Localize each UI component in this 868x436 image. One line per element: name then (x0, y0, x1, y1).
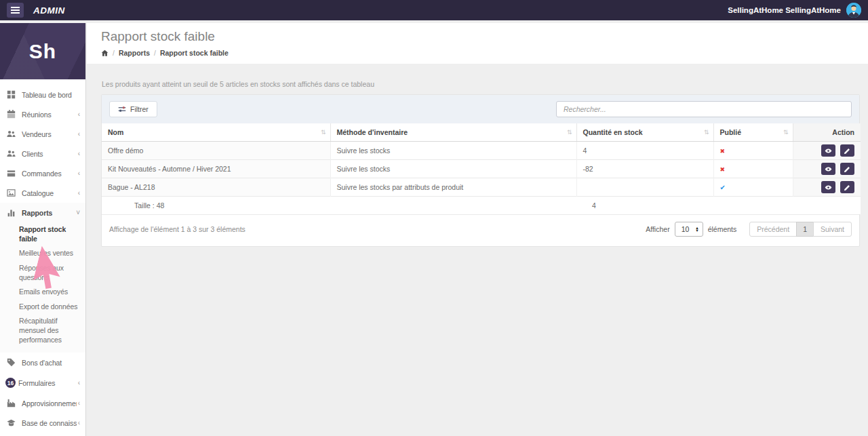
sidebar-item-commandes[interactable]: Commandes ‹ (0, 163, 85, 183)
sidebar-item-tableau-de-bord[interactable]: Tableau de bord (0, 85, 85, 104)
cell-action (793, 178, 861, 197)
user-menu[interactable]: SellingAtHome SellingAtHome (728, 3, 861, 18)
sort-icon: ⇅ (783, 129, 789, 136)
credit-card-icon (7, 169, 16, 178)
content-area: Les produits ayant atteint un seuil de 5… (87, 64, 868, 436)
column-header-quantite[interactable]: Quantité en stock⇅ (576, 123, 713, 142)
menu-toggle-button[interactable] (7, 3, 24, 18)
image-icon (7, 189, 16, 197)
pagination: Précédent 1 Suivant (749, 222, 852, 237)
edit-button[interactable] (840, 144, 854, 157)
sort-icon: ⇅ (567, 129, 572, 136)
search-input[interactable] (556, 101, 852, 117)
view-button[interactable] (821, 163, 835, 175)
table-row: Kit Nouveautés - Automne / Hiver 2021 Su… (102, 160, 861, 178)
cell-quantite: -82 (576, 160, 713, 178)
breadcrumb-section[interactable]: Rapports (119, 49, 150, 57)
page-title: Rapport stock faible (101, 29, 854, 44)
sidebar-item-bons-dachat[interactable]: Bons d'achat (0, 353, 85, 372)
sidebar-nav: Tableau de bord Réunions ‹ Vendeurs ‹ Cl… (0, 79, 85, 436)
tag-icon (7, 358, 16, 367)
length-label-after: éléments (708, 225, 737, 233)
cell-publie: ✖ (713, 142, 793, 160)
published-mark: ✖ (720, 166, 726, 173)
home-icon[interactable] (101, 49, 108, 57)
page-number-button[interactable]: 1 (796, 222, 814, 237)
sidebar-item-catalogue[interactable]: Catalogue ‹ (0, 183, 85, 203)
filter-button[interactable]: Filtrer (109, 101, 157, 117)
showing-entries-text: Affichage de l'élément 1 à 3 sur 3 éléme… (109, 225, 245, 233)
next-page-button[interactable]: Suivant (813, 222, 852, 237)
cell-action (793, 142, 861, 160)
previous-page-button[interactable]: Précédent (749, 222, 797, 237)
breadcrumb-current: Rapport stock faible (160, 49, 229, 57)
variant-quantite: 4 (576, 197, 713, 215)
submenu-item-emails-envoyes[interactable]: Emails envoyés (19, 285, 83, 300)
cell-publie: ✖ (713, 160, 793, 178)
page-length-select[interactable]: 10 ▲▼ (675, 222, 703, 237)
main-content: Rapport stock faible / Rapports / Rappor… (87, 23, 868, 436)
sidebar: Sh Tableau de bord Réunions ‹ Vendeurs ‹… (0, 23, 86, 436)
sidebar-item-approvisionnement[interactable]: Approvisionnement ‹ (0, 393, 85, 413)
sort-icon: ⇅ (704, 129, 709, 136)
sidebar-item-vendeurs[interactable]: Vendeurs ‹ (0, 124, 85, 144)
formulaires-count-badge: 16 (5, 378, 16, 388)
app-logo: Sh (0, 23, 85, 79)
cell-nom: Offre démo (102, 142, 330, 160)
cell-quantite: 4 (576, 142, 713, 160)
sidebar-item-clients[interactable]: Clients ‹ (0, 144, 85, 163)
breadcrumb: / Rapports / Rapport stock faible (101, 49, 854, 57)
user-avatar-icon (846, 3, 861, 18)
users-icon (7, 130, 16, 138)
table-row: Offre démo Suivre les stocks 4 ✖ (102, 142, 861, 160)
submenu-item-reponses-aux-questions[interactable]: Réponses aux questions (19, 261, 83, 285)
user-name: SellingAtHome SellingAtHome (728, 6, 841, 14)
bar-chart-icon (7, 208, 16, 217)
table-toolbar: Filtrer (102, 95, 859, 123)
view-button[interactable] (821, 181, 835, 193)
info-text: Les produits ayant atteint un seuil de 5… (101, 64, 860, 94)
published-mark: ✔ (720, 184, 726, 191)
cell-nom: Kit Nouveautés - Automne / Hiver 2021 (102, 160, 330, 178)
eye-icon (825, 147, 832, 155)
sidebar-item-parametres[interactable]: Paramètres ‹ (0, 433, 85, 436)
industry-icon (7, 399, 16, 408)
length-label-before: Afficher (646, 225, 669, 233)
edit-button[interactable] (840, 181, 854, 193)
pencil-icon (844, 184, 851, 191)
table-row: Bague - AL218 Suivre les stocks par attr… (102, 178, 861, 197)
submenu-item-rapport-stock-faible[interactable]: Rapport stock faible (19, 222, 83, 246)
cell-methode: Suivre les stocks (330, 160, 576, 178)
cell-action (793, 160, 861, 178)
edit-button[interactable] (840, 163, 854, 175)
pencil-icon (844, 147, 851, 155)
app-brand: ADMIN (33, 5, 65, 16)
graduation-cap-icon (7, 418, 16, 427)
rapports-group: Rapports ˅ Rapport stock faible Meilleur… (0, 203, 85, 353)
page-header: Rapport stock faible / Rapports / Rappor… (87, 23, 868, 64)
sidebar-item-reunions[interactable]: Réunions ‹ (0, 104, 85, 124)
submenu-item-recapitulatif-mensuel[interactable]: Récapitulatif mensuel des performances (19, 314, 83, 347)
table-header-row: Nom⇅ Méthode d'inventaire⇅ Quantité en s… (102, 123, 861, 142)
dashboard-icon (7, 90, 16, 99)
sidebar-item-rapports[interactable]: Rapports ˅ (0, 203, 85, 222)
variant-subrow: Taille : 48 4 (102, 197, 861, 215)
column-header-publie[interactable]: Publié⇅ (713, 123, 793, 142)
cell-methode: Suivre les stocks par attributs de produ… (330, 178, 576, 197)
submenu-item-meilleures-ventes[interactable]: Meilleures ventes (19, 246, 83, 261)
cell-nom: Bague - AL218 (102, 178, 330, 197)
table-footer: Affichage de l'élément 1 à 3 sur 3 éléme… (102, 214, 859, 246)
sidebar-item-base-de-connaissances[interactable]: Base de connaissances ‹ (0, 413, 85, 433)
sidebar-item-formulaires[interactable]: 16 Formulaires ‹ (0, 372, 85, 393)
sliders-icon (118, 105, 126, 113)
sort-icon: ⇅ (321, 129, 326, 136)
submenu-item-export-de-donnees[interactable]: Export de données (19, 300, 83, 315)
topbar: ADMIN SellingAtHome SellingAtHome (0, 0, 868, 20)
column-header-methode[interactable]: Méthode d'inventaire⇅ (330, 123, 576, 142)
cell-publie: ✔ (713, 178, 793, 197)
low-stock-table: Nom⇅ Méthode d'inventaire⇅ Quantité en s… (102, 123, 861, 214)
calendar-icon (7, 110, 16, 119)
column-header-nom[interactable]: Nom⇅ (102, 123, 330, 142)
view-button[interactable] (821, 144, 835, 157)
pencil-icon (844, 165, 851, 173)
